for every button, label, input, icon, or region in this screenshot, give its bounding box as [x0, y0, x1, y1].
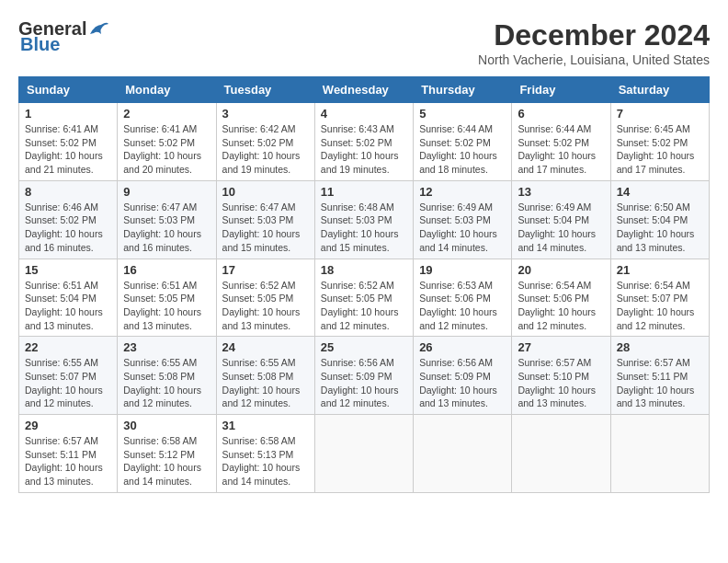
- calendar-cell: 26Sunrise: 6:56 AMSunset: 5:09 PMDayligh…: [414, 337, 512, 415]
- day-number: 9: [123, 185, 210, 199]
- day-number: 10: [222, 185, 309, 199]
- calendar-cell: 12Sunrise: 6:49 AMSunset: 5:03 PMDayligh…: [414, 180, 512, 259]
- calendar-cell: 20Sunrise: 6:54 AMSunset: 5:06 PMDayligh…: [512, 259, 610, 337]
- calendar-cell: [610, 415, 709, 493]
- day-info: Sunrise: 6:52 AMSunset: 5:05 PMDaylight:…: [222, 279, 309, 333]
- day-info: Sunrise: 6:57 AMSunset: 5:10 PMDaylight:…: [518, 356, 604, 410]
- day-info: Sunrise: 6:49 AMSunset: 5:03 PMDaylight:…: [419, 201, 506, 255]
- calendar-week-row: 1Sunrise: 6:41 AMSunset: 5:02 PMDaylight…: [19, 103, 710, 181]
- day-info: Sunrise: 6:44 AMSunset: 5:02 PMDaylight:…: [419, 122, 506, 177]
- day-number: 12: [419, 185, 506, 199]
- day-number: 21: [617, 263, 703, 277]
- logo-general: General: [18, 18, 86, 39]
- col-header-tuesday: Tuesday: [216, 77, 314, 103]
- calendar-week-row: 22Sunrise: 6:55 AMSunset: 5:07 PMDayligh…: [19, 337, 710, 415]
- day-number: 16: [123, 263, 210, 277]
- day-number: 22: [25, 340, 111, 354]
- day-number: 11: [321, 185, 407, 199]
- col-header-sunday: Sunday: [19, 77, 118, 103]
- day-number: 24: [222, 340, 309, 354]
- day-number: 26: [419, 340, 506, 354]
- calendar-cell: 9Sunrise: 6:47 AMSunset: 5:03 PMDaylight…: [118, 180, 216, 259]
- day-number: 20: [518, 263, 604, 277]
- calendar-week-row: 15Sunrise: 6:51 AMSunset: 5:04 PMDayligh…: [19, 259, 710, 337]
- day-info: Sunrise: 6:57 AMSunset: 5:11 PMDaylight:…: [25, 434, 111, 488]
- calendar-cell: 30Sunrise: 6:58 AMSunset: 5:12 PMDayligh…: [118, 415, 216, 493]
- calendar-cell: 15Sunrise: 6:51 AMSunset: 5:04 PMDayligh…: [19, 259, 118, 337]
- calendar-cell: 4Sunrise: 6:43 AMSunset: 5:02 PMDaylight…: [314, 103, 413, 181]
- day-info: Sunrise: 6:50 AMSunset: 5:04 PMDaylight:…: [617, 201, 703, 255]
- day-info: Sunrise: 6:43 AMSunset: 5:02 PMDaylight:…: [321, 122, 407, 177]
- calendar-cell: 16Sunrise: 6:51 AMSunset: 5:05 PMDayligh…: [118, 259, 216, 337]
- calendar-cell: 25Sunrise: 6:56 AMSunset: 5:09 PMDayligh…: [314, 337, 413, 415]
- calendar-cell: 28Sunrise: 6:57 AMSunset: 5:11 PMDayligh…: [610, 337, 709, 415]
- day-number: 29: [25, 419, 111, 432]
- calendar-cell: 21Sunrise: 6:54 AMSunset: 5:07 PMDayligh…: [610, 259, 709, 337]
- calendar-cell: 27Sunrise: 6:57 AMSunset: 5:10 PMDayligh…: [512, 337, 610, 415]
- calendar-cell: 7Sunrise: 6:45 AMSunset: 5:02 PMDaylight…: [610, 103, 709, 181]
- day-number: 3: [222, 107, 309, 121]
- day-number: 2: [123, 107, 210, 121]
- day-info: Sunrise: 6:41 AMSunset: 5:02 PMDaylight:…: [123, 122, 210, 177]
- col-header-wednesday: Wednesday: [314, 77, 413, 103]
- col-header-friday: Friday: [512, 77, 610, 103]
- col-header-monday: Monday: [118, 77, 216, 103]
- day-number: 25: [321, 340, 407, 354]
- day-info: Sunrise: 6:44 AMSunset: 5:02 PMDaylight:…: [518, 122, 604, 177]
- calendar-cell: 6Sunrise: 6:44 AMSunset: 5:02 PMDaylight…: [512, 103, 610, 181]
- day-number: 5: [419, 107, 506, 121]
- calendar-cell: 23Sunrise: 6:55 AMSunset: 5:08 PMDayligh…: [118, 337, 216, 415]
- day-number: 19: [419, 263, 506, 277]
- calendar-week-row: 29Sunrise: 6:57 AMSunset: 5:11 PMDayligh…: [19, 415, 710, 493]
- day-info: Sunrise: 6:54 AMSunset: 5:07 PMDaylight:…: [617, 279, 703, 333]
- calendar-cell: 13Sunrise: 6:49 AMSunset: 5:04 PMDayligh…: [512, 180, 610, 259]
- calendar-cell: 1Sunrise: 6:41 AMSunset: 5:02 PMDaylight…: [19, 103, 118, 181]
- calendar-cell: 31Sunrise: 6:58 AMSunset: 5:13 PMDayligh…: [216, 415, 314, 493]
- day-info: Sunrise: 6:51 AMSunset: 5:05 PMDaylight:…: [123, 279, 210, 333]
- col-header-thursday: Thursday: [414, 77, 512, 103]
- day-info: Sunrise: 6:47 AMSunset: 5:03 PMDaylight:…: [222, 201, 309, 255]
- day-info: Sunrise: 6:56 AMSunset: 5:09 PMDaylight:…: [419, 356, 506, 410]
- day-info: Sunrise: 6:51 AMSunset: 5:04 PMDaylight:…: [25, 279, 111, 333]
- calendar-cell: [314, 415, 413, 493]
- day-number: 23: [123, 340, 210, 354]
- day-info: Sunrise: 6:46 AMSunset: 5:02 PMDaylight:…: [25, 201, 111, 255]
- day-info: Sunrise: 6:58 AMSunset: 5:13 PMDaylight:…: [222, 434, 309, 488]
- calendar-cell: 18Sunrise: 6:52 AMSunset: 5:05 PMDayligh…: [314, 259, 413, 337]
- day-info: Sunrise: 6:49 AMSunset: 5:04 PMDaylight:…: [518, 201, 604, 255]
- calendar-cell: 22Sunrise: 6:55 AMSunset: 5:07 PMDayligh…: [19, 337, 118, 415]
- logo-bird-icon: [88, 21, 108, 38]
- header: General Blue December 2024 North Vacheri…: [18, 18, 710, 67]
- day-info: Sunrise: 6:55 AMSunset: 5:07 PMDaylight:…: [25, 356, 111, 410]
- day-info: Sunrise: 6:47 AMSunset: 5:03 PMDaylight:…: [123, 201, 210, 255]
- day-number: 14: [617, 185, 703, 199]
- day-info: Sunrise: 6:58 AMSunset: 5:12 PMDaylight:…: [123, 434, 210, 488]
- day-info: Sunrise: 6:45 AMSunset: 5:02 PMDaylight:…: [617, 122, 703, 177]
- day-number: 1: [25, 107, 111, 121]
- day-number: 28: [617, 340, 703, 354]
- calendar-cell: 19Sunrise: 6:53 AMSunset: 5:06 PMDayligh…: [414, 259, 512, 337]
- calendar-week-row: 8Sunrise: 6:46 AMSunset: 5:02 PMDaylight…: [19, 180, 710, 259]
- day-info: Sunrise: 6:48 AMSunset: 5:03 PMDaylight:…: [321, 201, 407, 255]
- calendar-cell: 29Sunrise: 6:57 AMSunset: 5:11 PMDayligh…: [19, 415, 118, 493]
- day-number: 18: [321, 263, 407, 277]
- day-number: 27: [518, 340, 604, 354]
- day-number: 4: [321, 107, 407, 121]
- day-info: Sunrise: 6:53 AMSunset: 5:06 PMDaylight:…: [419, 279, 506, 333]
- month-title: December 2024: [478, 18, 710, 52]
- day-info: Sunrise: 6:55 AMSunset: 5:08 PMDaylight:…: [123, 356, 210, 410]
- day-number: 6: [518, 107, 604, 121]
- day-info: Sunrise: 6:57 AMSunset: 5:11 PMDaylight:…: [617, 356, 703, 410]
- calendar-header-row: SundayMondayTuesdayWednesdayThursdayFrid…: [19, 77, 710, 103]
- day-number: 8: [25, 185, 111, 199]
- day-info: Sunrise: 6:56 AMSunset: 5:09 PMDaylight:…: [321, 356, 407, 410]
- calendar-cell: 5Sunrise: 6:44 AMSunset: 5:02 PMDaylight…: [414, 103, 512, 181]
- day-info: Sunrise: 6:54 AMSunset: 5:06 PMDaylight:…: [518, 279, 604, 333]
- day-info: Sunrise: 6:52 AMSunset: 5:05 PMDaylight:…: [321, 279, 407, 333]
- calendar-cell: [414, 415, 512, 493]
- calendar-cell: 17Sunrise: 6:52 AMSunset: 5:05 PMDayligh…: [216, 259, 314, 337]
- day-number: 30: [123, 419, 210, 432]
- calendar-cell: 24Sunrise: 6:55 AMSunset: 5:08 PMDayligh…: [216, 337, 314, 415]
- day-info: Sunrise: 6:41 AMSunset: 5:02 PMDaylight:…: [25, 122, 111, 177]
- calendar-cell: 10Sunrise: 6:47 AMSunset: 5:03 PMDayligh…: [216, 180, 314, 259]
